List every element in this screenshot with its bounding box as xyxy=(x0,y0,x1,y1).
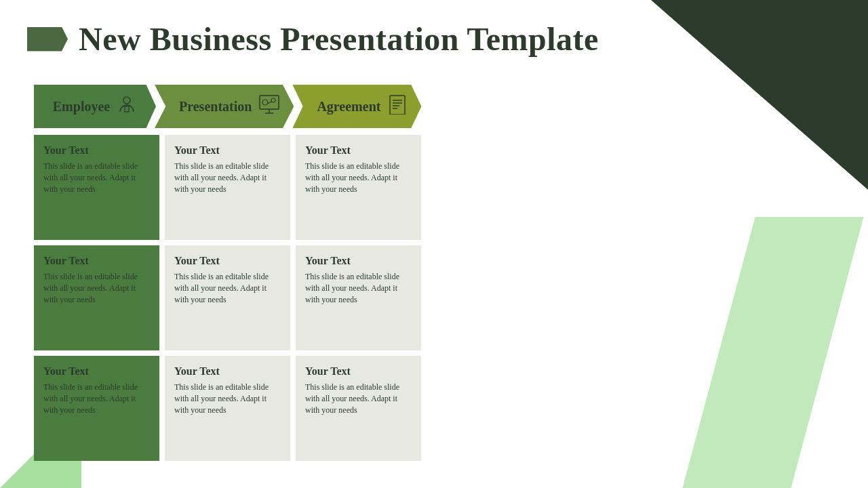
svg-rect-8 xyxy=(390,96,405,115)
step-agreement-inner: Agreement xyxy=(317,94,408,119)
card-text-r1c2: This slide is an editable slide with all… xyxy=(174,161,281,195)
card-text-r1c3: This slide is an editable slide with all… xyxy=(305,161,412,195)
process-step-agreement: Agreement xyxy=(292,85,421,128)
process-step-presentation: Presentation xyxy=(155,85,294,128)
step-employee-inner: Employee xyxy=(53,94,137,119)
card-r2c2: Your TextThis slide is an editable slide… xyxy=(165,245,290,350)
card-r1c2: Your TextThis slide is an editable slide… xyxy=(165,135,290,240)
header-arrow xyxy=(27,27,68,52)
main-content: New Business Presentation Template Emplo… xyxy=(0,0,868,474)
card-text-r3c1: This slide is an editable slide with all… xyxy=(43,382,150,415)
card-title-r3c1: Your Text xyxy=(43,365,150,378)
card-text-r3c3: This slide is an editable slide with all… xyxy=(305,382,412,415)
card-r2c3: Your TextThis slide is an editable slide… xyxy=(296,245,421,350)
svg-point-0 xyxy=(123,97,130,104)
process-step-employee: Employee xyxy=(34,85,156,128)
card-r2c1: Your TextThis slide is an editable slide… xyxy=(34,245,159,350)
card-text-r2c3: This slide is an editable slide with all… xyxy=(305,271,412,305)
card-r3c2: Your TextThis slide is an editable slide… xyxy=(165,356,290,461)
step-presentation-label: Presentation xyxy=(179,99,252,115)
step-agreement-label: Agreement xyxy=(317,99,380,115)
svg-point-5 xyxy=(262,100,268,105)
svg-rect-1 xyxy=(125,106,129,112)
step-presentation-inner: Presentation xyxy=(179,94,280,119)
card-r1c3: Your TextThis slide is an editable slide… xyxy=(296,135,421,240)
card-r3c1: Your TextThis slide is an editable slide… xyxy=(34,356,159,461)
card-r1c1: Your TextThis slide is an editable slide… xyxy=(34,135,159,240)
card-title-r2c3: Your Text xyxy=(305,255,412,267)
card-title-r1c1: Your Text xyxy=(43,144,150,157)
card-text-r2c2: This slide is an editable slide with all… xyxy=(174,271,281,305)
page-title: New Business Presentation Template xyxy=(79,20,599,58)
card-title-r3c2: Your Text xyxy=(174,365,281,378)
cards-grid: Your TextThis slide is an editable slide… xyxy=(34,135,841,461)
card-text-r3c2: This slide is an editable slide with all… xyxy=(174,382,281,415)
card-r3c3: Your TextThis slide is an editable slide… xyxy=(296,356,421,461)
card-title-r3c3: Your Text xyxy=(305,365,412,378)
process-row: Employee Presentation xyxy=(34,85,841,128)
card-title-r2c1: Your Text xyxy=(43,255,150,267)
agreement-icon xyxy=(387,94,408,119)
employee-icon xyxy=(117,94,137,119)
card-text-r1c1: This slide is an editable slide with all… xyxy=(43,161,150,195)
card-title-r2c2: Your Text xyxy=(174,255,281,267)
presentation-icon xyxy=(258,94,280,119)
card-title-r1c2: Your Text xyxy=(174,144,281,157)
card-title-r1c3: Your Text xyxy=(305,144,412,157)
header: New Business Presentation Template xyxy=(27,20,841,58)
card-text-r2c1: This slide is an editable slide with all… xyxy=(43,271,150,305)
step-employee-label: Employee xyxy=(53,99,110,115)
